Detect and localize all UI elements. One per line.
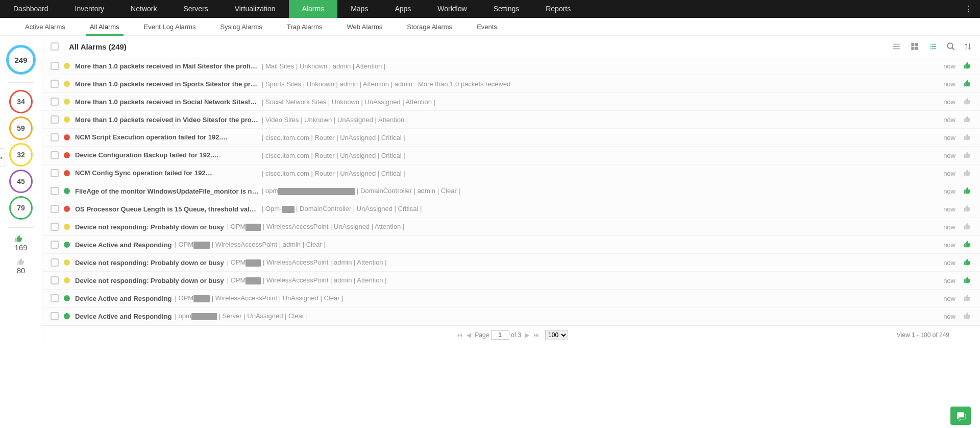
acknowledge-button[interactable] bbox=[963, 187, 972, 195]
acknowledge-button[interactable] bbox=[963, 294, 972, 302]
grid-view-icon[interactable] bbox=[910, 42, 920, 51]
sort-icon[interactable] bbox=[964, 42, 972, 51]
severity-badge[interactable]: 34 bbox=[9, 90, 33, 113]
subnav-trap-alarms[interactable]: Trap Alarms bbox=[275, 18, 335, 36]
row-checkbox[interactable] bbox=[51, 98, 59, 106]
detail-view-icon[interactable] bbox=[928, 42, 938, 51]
topnav-virtualization[interactable]: Virtualization bbox=[222, 0, 289, 18]
acknowledge-button[interactable] bbox=[963, 80, 972, 88]
alarm-meta: | Social Network Sites | Unknown | UnAss… bbox=[262, 98, 943, 106]
row-checkbox[interactable] bbox=[51, 276, 59, 284]
subnav-events[interactable]: Events bbox=[464, 18, 509, 36]
row-checkbox[interactable] bbox=[51, 169, 59, 177]
topnav-workflow[interactable]: Workflow bbox=[424, 0, 480, 18]
row-checkbox[interactable] bbox=[51, 312, 59, 320]
acknowledge-button[interactable] bbox=[963, 169, 972, 177]
row-checkbox[interactable] bbox=[51, 187, 59, 195]
ack-on-value: 169 bbox=[14, 243, 27, 252]
alarm-row[interactable]: More than 1.0 packets received in Social… bbox=[42, 93, 980, 111]
acknowledge-button[interactable] bbox=[963, 258, 972, 267]
list-view-icon[interactable] bbox=[891, 42, 901, 51]
subnav-storage-alarms[interactable]: Storage Alarms bbox=[395, 18, 464, 36]
subnav-all-alarms[interactable]: All Alarms bbox=[78, 18, 132, 36]
total-alarms-badge[interactable]: 249 bbox=[6, 45, 36, 75]
page-input[interactable] bbox=[491, 330, 509, 340]
row-checkbox[interactable] bbox=[51, 62, 59, 70]
acknowledge-button[interactable] bbox=[963, 276, 972, 284]
page-prev-icon[interactable]: ◀ bbox=[467, 331, 471, 339]
topnav-apps[interactable]: Apps bbox=[381, 0, 424, 18]
unacknowledged-count[interactable]: 80 bbox=[16, 258, 26, 275]
subnav-event-log-alarms[interactable]: Event Log Alarms bbox=[132, 18, 208, 36]
severity-dot bbox=[64, 277, 70, 283]
acknowledge-button[interactable] bbox=[963, 98, 972, 106]
acknowledge-button[interactable] bbox=[963, 312, 972, 320]
acknowledge-button[interactable] bbox=[963, 133, 972, 141]
alarm-row[interactable]: More than 1.0 packets received in Mail S… bbox=[42, 57, 980, 75]
alarm-row[interactable]: NCM Config Sync operation failed for 192… bbox=[42, 164, 980, 182]
alarm-row[interactable]: More than 1.0 packets received in Sports… bbox=[42, 75, 980, 93]
row-checkbox[interactable] bbox=[51, 223, 59, 231]
topnav-reports[interactable]: Reports bbox=[532, 0, 584, 18]
sidebar: 249 3459324579 169 80 bbox=[0, 36, 42, 344]
severity-badge[interactable]: 32 bbox=[9, 143, 33, 167]
alarm-row[interactable]: FileAge of the monitor WindowsUpdateFile… bbox=[42, 182, 980, 200]
severity-badge[interactable]: 59 bbox=[9, 116, 33, 140]
row-checkbox[interactable] bbox=[51, 258, 59, 267]
topnav-alarms[interactable]: Alarms bbox=[289, 0, 338, 18]
topnav-inventory[interactable]: Inventory bbox=[62, 0, 118, 18]
acknowledge-button[interactable] bbox=[963, 151, 972, 159]
alarm-time: now bbox=[943, 134, 955, 141]
severity-badge[interactable]: 79 bbox=[9, 196, 33, 220]
row-checkbox[interactable] bbox=[51, 133, 59, 141]
topnav-maps[interactable]: Maps bbox=[337, 0, 381, 18]
alarm-time: now bbox=[943, 80, 955, 88]
severity-dot bbox=[64, 152, 70, 158]
page-size-select[interactable]: 100 bbox=[545, 330, 568, 340]
subnav-web-alarms[interactable]: Web Alarms bbox=[334, 18, 395, 36]
acknowledge-button[interactable] bbox=[963, 62, 972, 70]
topnav-dashboard[interactable]: Dashboard bbox=[0, 0, 62, 18]
alarm-message: Device Active and Responding bbox=[75, 313, 172, 320]
topnav-settings[interactable]: Settings bbox=[480, 0, 533, 18]
alarm-row[interactable]: Device Active and Responding | OPM | Wir… bbox=[42, 236, 980, 254]
alarm-time: now bbox=[943, 241, 955, 249]
kebab-menu-icon[interactable]: ⋮ bbox=[964, 4, 972, 14]
alarm-row[interactable]: NCM Script Execution operation failed fo… bbox=[42, 129, 980, 147]
acknowledge-button[interactable] bbox=[963, 205, 972, 213]
acknowledge-button[interactable] bbox=[963, 223, 972, 231]
row-checkbox[interactable] bbox=[51, 294, 59, 302]
subnav-syslog-alarms[interactable]: Syslog Alarms bbox=[208, 18, 274, 36]
row-checkbox[interactable] bbox=[51, 151, 59, 159]
row-checkbox[interactable] bbox=[51, 205, 59, 213]
page-next-icon[interactable]: ▶ bbox=[525, 331, 529, 339]
divider bbox=[8, 82, 34, 83]
select-all-checkbox[interactable] bbox=[51, 42, 59, 51]
acknowledge-button[interactable] bbox=[963, 241, 972, 249]
alarm-message: NCM Script Execution operation failed fo… bbox=[75, 133, 259, 141]
alarm-row[interactable]: Device Active and Responding | OPM | Wir… bbox=[42, 290, 980, 307]
alarm-row[interactable]: More than 1.0 packets received in Video … bbox=[42, 111, 980, 129]
row-checkbox[interactable] bbox=[51, 115, 59, 124]
acknowledge-button[interactable] bbox=[963, 115, 972, 124]
acknowledged-count[interactable]: 169 bbox=[14, 235, 27, 252]
search-icon[interactable] bbox=[946, 42, 955, 51]
page-last-icon[interactable]: ⏭ bbox=[533, 331, 540, 339]
subnav-active-alarms[interactable]: Active Alarms bbox=[13, 18, 78, 36]
topnav-servers[interactable]: Servers bbox=[170, 0, 221, 18]
alarm-row[interactable]: Device Configuration Backup failed for 1… bbox=[42, 147, 980, 164]
page-first-icon[interactable]: ⏮ bbox=[456, 331, 462, 339]
alarm-row[interactable]: OS Processor Queue Length is 15 Queue, t… bbox=[42, 200, 980, 218]
alarm-row[interactable]: Device not responding: Probably down or … bbox=[42, 218, 980, 236]
alarm-row[interactable]: Device not responding: Probably down or … bbox=[42, 254, 980, 272]
alarm-meta: | cisco.itom.com | Router | UnAssigned |… bbox=[262, 152, 943, 159]
alarm-row[interactable]: Device not responding: Probably down or … bbox=[42, 272, 980, 290]
alarm-meta: | opm | Server | UnAssigned | Clear | bbox=[175, 312, 944, 320]
sub-nav: Active AlarmsAll AlarmsEvent Log AlarmsS… bbox=[0, 18, 980, 36]
alarm-meta: | Mail Sites | Unknown | admin | Attenti… bbox=[262, 62, 943, 70]
row-checkbox[interactable] bbox=[51, 241, 59, 249]
topnav-network[interactable]: Network bbox=[117, 0, 170, 18]
row-checkbox[interactable] bbox=[51, 80, 59, 88]
alarm-row[interactable]: Device Active and Responding | opm | Ser… bbox=[42, 307, 980, 325]
severity-badge[interactable]: 45 bbox=[9, 170, 33, 193]
